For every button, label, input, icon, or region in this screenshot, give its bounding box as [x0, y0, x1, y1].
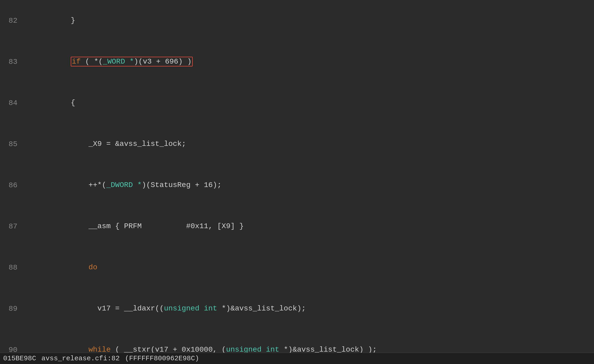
line-number: 83 — [0, 58, 24, 66]
line-number: 84 — [0, 99, 24, 107]
status-extra: (FFFFFF800962E98C) — [125, 355, 199, 362]
line-number: 88 — [0, 264, 24, 272]
line-content: v17 = __ldaxr((unsigned int *)&avss_list… — [24, 288, 594, 329]
code-line-85: 85 _X9 = &avss_list_lock; — [0, 123, 594, 165]
line-number: 87 — [0, 222, 24, 231]
code-line-82: 82 } — [0, 0, 594, 41]
line-number: 86 — [0, 181, 24, 189]
line-content: { — [24, 82, 594, 123]
code-view: 82 } 83 if ( *(_WORD *)(v3 + 696) ) 84 {… — [0, 0, 594, 364]
code-line-84: 84 { — [0, 82, 594, 123]
status-location: avss_release.cfi:82 — [41, 355, 120, 362]
code-line-86: 86 ++*(_DWORD *)(StatusReg + 16); — [0, 165, 594, 206]
code-line-83: 83 if ( *(_WORD *)(v3 + 696) ) — [0, 41, 594, 82]
status-address: 015BE98C — [3, 355, 36, 362]
status-bar: 015BE98C avss_release.cfi:82 (FFFFFF8009… — [0, 353, 594, 364]
line-number: 82 — [0, 17, 24, 25]
line-number: 85 — [0, 140, 24, 148]
line-content: if ( *(_WORD *)(v3 + 696) ) — [24, 41, 594, 82]
line-content: do — [24, 247, 594, 288]
line-number: 89 — [0, 305, 24, 313]
line-content: ++*(_DWORD *)(StatusReg + 16); — [24, 165, 594, 206]
line-content: } — [24, 0, 594, 41]
line-content: __asm { PRFM #0x11, [X9] } — [24, 206, 594, 247]
code-line-89: 89 v17 = __ldaxr((unsigned int *)&avss_l… — [0, 288, 594, 329]
code-line-87: 87 __asm { PRFM #0x11, [X9] } — [0, 206, 594, 247]
code-line-88: 88 do — [0, 247, 594, 288]
line-content: _X9 = &avss_list_lock; — [24, 123, 594, 165]
